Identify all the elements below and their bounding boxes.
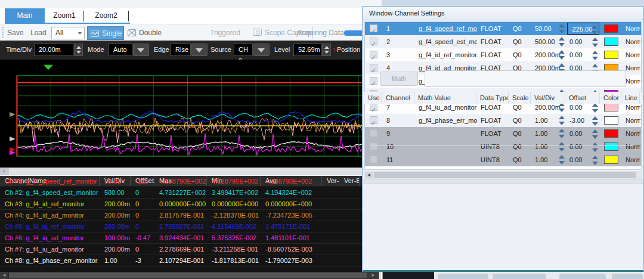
offset-stepper[interactable] <box>592 116 598 126</box>
setting-scale[interactable]: Q0 <box>509 114 531 127</box>
load-button[interactable]: Load <box>30 29 47 37</box>
setting-line-style[interactable]: Norm <box>622 35 640 48</box>
scroll-right-icon[interactable]: ► <box>367 272 379 279</box>
use-checkbox[interactable] <box>370 24 377 32</box>
math-button[interactable]: Math <box>380 72 418 86</box>
settings-horizontal-scrollbar[interactable]: ◄ <box>364 171 642 179</box>
offset-stepper[interactable] <box>592 156 598 165</box>
settings-row[interactable]: 11 UINT8 Q0 1.00 0.00 Norm <box>365 153 642 166</box>
column-header[interactable]: Color <box>600 92 621 104</box>
channel-offset-marker[interactable] <box>10 137 16 141</box>
channel-row[interactable]: Ch #1: g_f4_speed_ref_monitor 50.00 -225… <box>0 176 382 187</box>
scroll-left-icon[interactable]: ◄ <box>365 172 373 178</box>
column-header[interactable]: Offset <box>565 92 600 104</box>
setting-line-style[interactable]: Norm <box>622 153 640 166</box>
settings-row[interactable]: 8 g_f4_phase_err_monito FLOAT Q0 1.00 -3… <box>365 114 642 127</box>
use-checkbox[interactable] <box>370 156 377 163</box>
column-header[interactable]: Math Value <box>414 92 476 104</box>
setting-line-style[interactable]: Norm <box>622 140 640 153</box>
valdiv-stepper[interactable] <box>559 129 565 138</box>
valdiv-stepper[interactable] <box>559 103 565 112</box>
setting-offset[interactable]: -225.00 <box>570 26 592 33</box>
setting-data-type[interactable]: UINT8 <box>477 140 509 153</box>
use-checkbox[interactable] <box>370 116 377 124</box>
channel-row[interactable]: Ch #7: g_f4_iu_ad_monitor 200.00m 0 2.27… <box>0 244 382 255</box>
column-header[interactable]: Channel <box>382 92 414 104</box>
tab-zoom1[interactable]: Zoom1 <box>46 8 83 23</box>
channel-offset-marker[interactable] <box>10 150 16 155</box>
level-input[interactable]: 52.69m <box>293 44 321 56</box>
offset-stepper[interactable] <box>592 103 598 113</box>
edge-dropdown[interactable] <box>191 44 208 56</box>
valdiv-stepper[interactable] <box>559 155 565 165</box>
setting-valdiv[interactable]: 1.00 <box>535 130 547 137</box>
use-checkbox[interactable] <box>370 129 377 137</box>
color-swatch[interactable] <box>604 156 618 164</box>
table-scrollbar-thumb[interactable] <box>9 272 367 278</box>
channel-row[interactable]: Ch #6: g_f4_iq_ad_monitor 100.00m -0.47 … <box>0 232 382 244</box>
scroll-left-icon[interactable]: ‹ <box>0 168 8 175</box>
offset-stepper[interactable] <box>592 142 598 152</box>
setting-valdiv[interactable]: 1.00 <box>535 143 547 150</box>
setting-data-type[interactable]: FLOAT <box>477 114 509 127</box>
setting-channel-variable[interactable] <box>415 140 477 153</box>
offset-stepper[interactable] <box>592 51 598 60</box>
channel-row[interactable]: Ch #4: g_f4_id_ad_monitor 200.00m 0 2.81… <box>0 210 382 221</box>
setting-channel-variable[interactable]: g_f4_id_ref_monitor <box>415 48 477 61</box>
setting-valdiv[interactable]: 200.00m <box>535 51 561 58</box>
setting-data-type[interactable]: UINT8 <box>477 153 509 166</box>
color-swatch[interactable] <box>604 24 618 33</box>
tab-zoom2[interactable]: Zoom2 <box>85 8 128 23</box>
settings-row[interactable]: 10 UINT8 Q0 1.00 0.00 Norm <box>365 140 642 153</box>
channel-row[interactable]: Ch #3: g_f4_id_ref_monitor 200.00m 0 0.0… <box>0 199 382 210</box>
settings-row[interactable]: 9 FLOAT Q0 1.00 0.00 Norm <box>365 127 642 140</box>
valdiv-stepper[interactable] <box>559 24 565 33</box>
setting-offset[interactable]: 0.00 <box>569 104 582 111</box>
single-view-button[interactable]: Single <box>87 26 124 40</box>
color-swatch[interactable] <box>604 142 618 151</box>
valdiv-stepper[interactable] <box>559 50 565 60</box>
setting-data-type[interactable]: FLOAT <box>477 22 509 35</box>
settings-row[interactable]: 1 g_f4_speed_ref_monito FLOAT Q0 50.00 -… <box>365 22 642 35</box>
settings-title-bar[interactable]: Window-Channel Settings <box>363 7 643 20</box>
setting-offset[interactable]: 0.00 <box>569 38 582 45</box>
use-checkbox[interactable] <box>370 64 377 72</box>
column-header[interactable]: Val/Div <box>531 92 565 104</box>
mode-dropdown[interactable] <box>133 44 149 56</box>
setting-scale[interactable]: Q0 <box>509 153 531 166</box>
setting-line-style[interactable]: Norm <box>622 22 640 35</box>
valdiv-stepper[interactable] <box>559 37 565 46</box>
setting-line-style[interactable]: Norm <box>622 127 640 140</box>
save-button[interactable]: Save <box>7 29 23 37</box>
use-checkbox[interactable] <box>370 77 377 85</box>
color-swatch[interactable] <box>604 116 618 125</box>
setting-scale[interactable]: Q0 <box>509 35 531 48</box>
channel-row[interactable]: Ch #5: g_f4_iq_ref_monitor 200.00m 0 2.7… <box>0 221 382 232</box>
setting-scale[interactable]: Q0 <box>509 22 531 35</box>
trigger-position-marker[interactable] <box>44 65 53 70</box>
setting-data-type[interactable]: FLOAT <box>477 48 509 61</box>
setting-offset[interactable]: -3.00 <box>569 117 584 124</box>
setting-line-style[interactable]: Norm <box>622 114 640 127</box>
timediv-input[interactable]: 20.00m <box>34 44 73 56</box>
scope-scrollbar-thumb[interactable] <box>9 168 365 175</box>
offset-stepper[interactable] <box>592 129 598 139</box>
use-checkbox[interactable] <box>370 51 377 58</box>
column-header[interactable]: Use <box>364 92 382 104</box>
color-swatch[interactable] <box>604 51 618 59</box>
setting-valdiv[interactable]: 1.00 <box>535 156 547 163</box>
use-checkbox[interactable] <box>370 103 377 111</box>
table-horizontal-scrollbar[interactable]: ◄ ► <box>0 272 379 279</box>
settings-row[interactable]: 2 g_f4_speed_est_monito FLOAT Q0 500.00 … <box>365 35 642 48</box>
source-dropdown[interactable] <box>253 44 270 56</box>
setting-channel-variable[interactable]: g_f4_speed_ref_monito <box>415 22 477 35</box>
setting-line-style[interactable]: Norm <box>622 48 640 61</box>
offset-stepper[interactable] <box>592 38 598 47</box>
column-header[interactable]: Scale <box>509 92 531 104</box>
setting-channel-variable[interactable] <box>415 127 477 140</box>
setting-data-type[interactable]: FLOAT <box>477 35 509 48</box>
color-swatch[interactable] <box>604 103 618 111</box>
setting-offset[interactable]: 0.00 <box>569 156 582 163</box>
valdiv-stepper[interactable] <box>559 116 565 125</box>
tab-main[interactable]: Main <box>5 8 45 23</box>
